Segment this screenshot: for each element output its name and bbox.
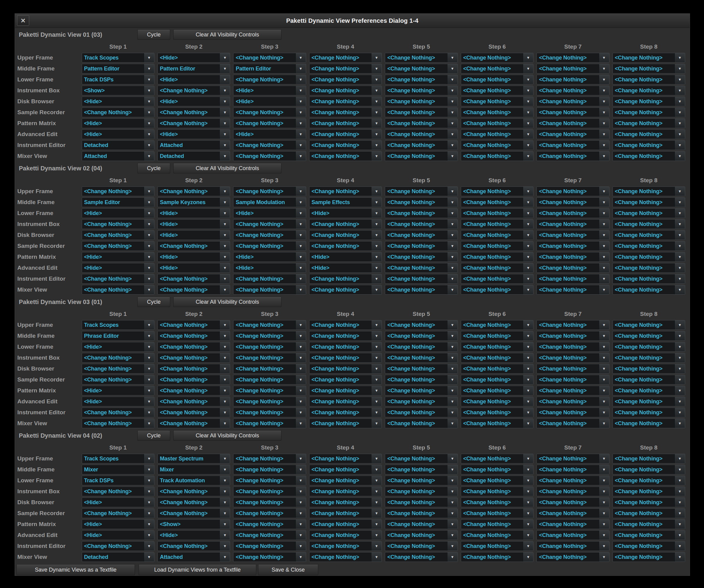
- step-dropdown[interactable]: <Change Nothing>▼: [233, 375, 306, 385]
- step-dropdown[interactable]: <Change Nothing>▼: [309, 187, 382, 196]
- step-dropdown[interactable]: <Change Nothing>▼: [612, 375, 685, 385]
- step-dropdown[interactable]: <Change Nothing>▼: [461, 252, 533, 262]
- step-dropdown[interactable]: <Change Nothing>▼: [612, 285, 685, 295]
- step-dropdown[interactable]: <Change Nothing>▼: [385, 140, 458, 150]
- step-dropdown[interactable]: <Change Nothing>▼: [82, 375, 155, 385]
- step-dropdown[interactable]: <Change Nothing>▼: [461, 219, 533, 229]
- step-dropdown[interactable]: <Change Nothing>▼: [461, 208, 533, 218]
- step-dropdown[interactable]: <Change Nothing>▼: [233, 519, 306, 529]
- step-dropdown[interactable]: Pattern Editor▼: [158, 64, 230, 73]
- step-dropdown[interactable]: <Change Nothing>▼: [536, 498, 609, 507]
- step-dropdown[interactable]: <Change Nothing>▼: [612, 364, 685, 374]
- step-dropdown[interactable]: <Change Nothing>▼: [461, 75, 533, 84]
- step-dropdown[interactable]: <Change Nothing>▼: [461, 230, 533, 240]
- step-dropdown[interactable]: <Change Nothing>▼: [233, 364, 306, 374]
- step-dropdown[interactable]: <Hide>▼: [158, 230, 230, 240]
- step-dropdown[interactable]: <Change Nothing>▼: [461, 408, 533, 417]
- step-dropdown[interactable]: <Change Nothing>▼: [309, 331, 382, 341]
- step-dropdown[interactable]: <Change Nothing>▼: [612, 96, 685, 106]
- step-dropdown[interactable]: <Hide>▼: [82, 263, 155, 273]
- step-dropdown[interactable]: <Change Nothing>▼: [385, 364, 458, 374]
- step-dropdown[interactable]: <Change Nothing>▼: [536, 75, 609, 84]
- step-dropdown[interactable]: <Change Nothing>▼: [309, 530, 382, 540]
- step-dropdown[interactable]: <Change Nothing>▼: [536, 530, 609, 540]
- step-dropdown[interactable]: <Hide>▼: [158, 219, 230, 229]
- step-dropdown[interactable]: <Change Nothing>▼: [536, 364, 609, 374]
- step-dropdown[interactable]: <Change Nothing>▼: [309, 353, 382, 363]
- step-dropdown[interactable]: <Change Nothing>▼: [309, 230, 382, 240]
- step-dropdown[interactable]: <Hide>▼: [82, 530, 155, 540]
- step-dropdown[interactable]: <Change Nothing>▼: [158, 397, 230, 406]
- step-dropdown[interactable]: <Change Nothing>▼: [612, 541, 685, 551]
- step-dropdown[interactable]: <Change Nothing>▼: [612, 519, 685, 529]
- step-dropdown[interactable]: <Hide>▼: [82, 119, 155, 128]
- step-dropdown[interactable]: <Change Nothing>▼: [158, 508, 230, 518]
- step-dropdown[interactable]: <Hide>▼: [82, 342, 155, 352]
- step-dropdown[interactable]: <Change Nothing>▼: [612, 552, 685, 562]
- step-dropdown[interactable]: <Hide>▼: [309, 263, 382, 273]
- step-dropdown[interactable]: <Change Nothing>▼: [461, 119, 533, 128]
- step-dropdown[interactable]: <Change Nothing>▼: [536, 375, 609, 385]
- step-dropdown[interactable]: <Change Nothing>▼: [233, 397, 306, 406]
- step-dropdown[interactable]: <Change Nothing>▼: [385, 274, 458, 284]
- step-dropdown[interactable]: <Change Nothing>▼: [612, 241, 685, 251]
- step-dropdown[interactable]: <Change Nothing>▼: [461, 418, 533, 428]
- step-dropdown[interactable]: <Change Nothing>▼: [309, 375, 382, 385]
- step-dropdown[interactable]: <Change Nothing>▼: [536, 129, 609, 139]
- save-close-button[interactable]: Save & Close: [258, 564, 318, 575]
- step-dropdown[interactable]: <Change Nothing>▼: [385, 75, 458, 84]
- step-dropdown[interactable]: Sample Effects▼: [309, 197, 382, 207]
- step-dropdown[interactable]: <Change Nothing>▼: [536, 197, 609, 207]
- step-dropdown[interactable]: <Change Nothing>▼: [233, 151, 306, 161]
- clear-all-visibility-button[interactable]: Clear All Visibility Controls: [173, 163, 282, 174]
- step-dropdown[interactable]: Pattern Editor▼: [233, 64, 306, 73]
- step-dropdown[interactable]: <Change Nothing>▼: [612, 530, 685, 540]
- step-dropdown[interactable]: <Change Nothing>▼: [461, 86, 533, 95]
- step-dropdown[interactable]: Detached▼: [82, 552, 155, 562]
- step-dropdown[interactable]: <Hide>▼: [158, 96, 230, 106]
- step-dropdown[interactable]: <Change Nothing>▼: [158, 285, 230, 295]
- step-dropdown[interactable]: <Change Nothing>▼: [385, 197, 458, 207]
- step-dropdown[interactable]: <Hide>▼: [82, 129, 155, 139]
- step-dropdown[interactable]: <Hide>▼: [233, 208, 306, 218]
- step-dropdown[interactable]: <Change Nothing>▼: [461, 508, 533, 518]
- step-dropdown[interactable]: Track Scopes▼: [82, 53, 155, 63]
- step-dropdown[interactable]: <Change Nothing>▼: [536, 541, 609, 551]
- step-dropdown[interactable]: Track Scopes▼: [82, 454, 155, 463]
- step-dropdown[interactable]: <Change Nothing>▼: [82, 274, 155, 284]
- step-dropdown[interactable]: <Change Nothing>▼: [385, 64, 458, 73]
- step-dropdown[interactable]: <Change Nothing>▼: [82, 108, 155, 117]
- step-dropdown[interactable]: Master Spectrum▼: [158, 454, 230, 463]
- step-dropdown[interactable]: <Change Nothing>▼: [158, 486, 230, 496]
- step-dropdown[interactable]: <Change Nothing>▼: [309, 397, 382, 406]
- step-dropdown[interactable]: <Change Nothing>▼: [536, 241, 609, 251]
- step-dropdown[interactable]: <Change Nothing>▼: [233, 75, 306, 84]
- step-dropdown[interactable]: <Change Nothing>▼: [536, 86, 609, 95]
- step-dropdown[interactable]: <Change Nothing>▼: [309, 285, 382, 295]
- step-dropdown[interactable]: <Change Nothing>▼: [612, 408, 685, 417]
- step-dropdown[interactable]: <Change Nothing>▼: [309, 64, 382, 73]
- step-dropdown[interactable]: <Change Nothing>▼: [536, 508, 609, 518]
- step-dropdown[interactable]: <Change Nothing>▼: [536, 386, 609, 395]
- step-dropdown[interactable]: <Change Nothing>▼: [385, 519, 458, 529]
- step-dropdown[interactable]: <Change Nothing>▼: [158, 331, 230, 341]
- step-dropdown[interactable]: <Change Nothing>▼: [385, 331, 458, 341]
- step-dropdown[interactable]: <Change Nothing>▼: [536, 108, 609, 117]
- step-dropdown[interactable]: <Change Nothing>▼: [612, 75, 685, 84]
- step-dropdown[interactable]: <Change Nothing>▼: [536, 486, 609, 496]
- step-dropdown[interactable]: Track DSPs▼: [82, 476, 155, 485]
- step-dropdown[interactable]: <Change Nothing>▼: [309, 96, 382, 106]
- step-dropdown[interactable]: <Hide>▼: [82, 96, 155, 106]
- step-dropdown[interactable]: <Hide>▼: [82, 386, 155, 395]
- step-dropdown[interactable]: <Change Nothing>▼: [461, 331, 533, 341]
- step-dropdown[interactable]: <Change Nothing>▼: [233, 230, 306, 240]
- step-dropdown[interactable]: <Change Nothing>▼: [158, 108, 230, 117]
- step-dropdown[interactable]: <Change Nothing>▼: [233, 552, 306, 562]
- step-dropdown[interactable]: <Hide>▼: [82, 498, 155, 507]
- step-dropdown[interactable]: <Hide>▼: [233, 129, 306, 139]
- step-dropdown[interactable]: <Change Nothing>▼: [536, 219, 609, 229]
- step-dropdown[interactable]: <Hide>▼: [309, 252, 382, 262]
- step-dropdown[interactable]: <Change Nothing>▼: [536, 418, 609, 428]
- step-dropdown[interactable]: <Hide>▼: [233, 96, 306, 106]
- step-dropdown[interactable]: <Change Nothing>▼: [158, 119, 230, 128]
